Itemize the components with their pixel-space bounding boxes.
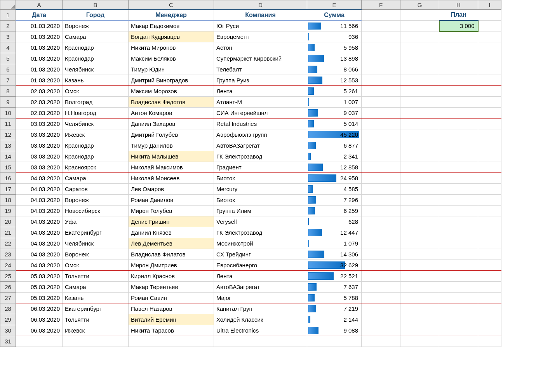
cell-H23[interactable] <box>439 249 478 260</box>
row-header-22[interactable]: 22 <box>0 238 16 249</box>
cell-A8[interactable]: 02.03.2020 <box>16 86 63 97</box>
cell-C29[interactable]: Виталий Еремин <box>129 314 214 325</box>
cell-E7[interactable]: 12 553 <box>307 75 362 86</box>
cell-C21[interactable]: Даниил Князев <box>129 227 214 238</box>
cell-B1[interactable]: Город <box>63 10 129 21</box>
cell-H4[interactable] <box>439 42 478 53</box>
cell-B2[interactable]: Воронеж <box>63 21 129 31</box>
cell-H1[interactable]: План <box>439 10 478 21</box>
cell-H21[interactable] <box>439 227 478 238</box>
cell-H26[interactable] <box>439 282 478 293</box>
row-header-1[interactable]: 1 <box>0 10 16 21</box>
cell-B27[interactable]: Казань <box>63 293 129 303</box>
cell-D7[interactable]: Группа Руиз <box>214 75 307 86</box>
cell-H30[interactable] <box>439 325 478 336</box>
cell-H19[interactable] <box>439 206 478 216</box>
row-header-24[interactable]: 24 <box>0 260 16 271</box>
cell-B14[interactable]: Краснодар <box>63 151 129 162</box>
cell-G2[interactable] <box>400 21 439 31</box>
cell-I4[interactable] <box>478 42 501 53</box>
cell-F28[interactable] <box>362 303 400 314</box>
cell-G11[interactable] <box>400 118 439 129</box>
select-all-corner[interactable] <box>0 0 16 10</box>
cell-H15[interactable] <box>439 162 478 173</box>
cell-B29[interactable]: Тольятти <box>63 314 129 325</box>
row-header-11[interactable]: 11 <box>0 118 16 129</box>
cell-H13[interactable] <box>439 140 478 151</box>
cell-B25[interactable]: Тольятти <box>63 271 129 282</box>
cell-D1[interactable]: Компания <box>214 10 307 21</box>
cell-G26[interactable] <box>400 282 439 293</box>
col-header-I[interactable]: I <box>478 0 501 10</box>
row-header-10[interactable]: 10 <box>0 108 16 118</box>
cell-G24[interactable] <box>400 260 439 271</box>
cell-D13[interactable]: АвтоВАЗагрегат <box>214 140 307 151</box>
col-header-A[interactable]: A <box>16 0 63 10</box>
row-header-30[interactable]: 30 <box>0 325 16 336</box>
cell-B28[interactable]: Екатеринбург <box>63 303 129 314</box>
cell-G13[interactable] <box>400 140 439 151</box>
cell-D25[interactable]: Лента <box>214 271 307 282</box>
col-header-H[interactable]: H <box>439 0 478 10</box>
cell-D12[interactable]: Аэрофьюэлз групп <box>214 129 307 140</box>
cell-G4[interactable] <box>400 42 439 53</box>
cell-I14[interactable] <box>478 151 501 162</box>
cell-A20[interactable]: 04.03.2020 <box>16 216 63 227</box>
cell-C25[interactable]: Кирилл Краснов <box>129 271 214 282</box>
cell-G27[interactable] <box>400 293 439 303</box>
cell-A6[interactable]: 01.03.2020 <box>16 64 63 75</box>
cell-A1[interactable]: Дата <box>16 10 63 21</box>
row-header-16[interactable]: 16 <box>0 173 16 184</box>
cell-F31[interactable] <box>362 336 400 347</box>
cell-G21[interactable] <box>400 227 439 238</box>
cell-A30[interactable]: 06.03.2020 <box>16 325 63 336</box>
cell-B13[interactable]: Краснодар <box>63 140 129 151</box>
cell-B22[interactable]: Челябинск <box>63 238 129 249</box>
cell-E4[interactable]: 5 958 <box>307 42 362 53</box>
cell-E13[interactable]: 6 877 <box>307 140 362 151</box>
cell-D20[interactable]: Verysell <box>214 216 307 227</box>
cell-I6[interactable] <box>478 64 501 75</box>
cell-B21[interactable]: Екатеринбург <box>63 227 129 238</box>
cell-C18[interactable]: Роман Данилов <box>129 195 214 206</box>
cell-E20[interactable]: 628 <box>307 216 362 227</box>
cell-C31[interactable] <box>129 336 214 347</box>
cell-I27[interactable] <box>478 293 501 303</box>
cell-I1[interactable] <box>478 10 501 21</box>
cell-I30[interactable] <box>478 325 501 336</box>
cell-F18[interactable] <box>362 195 400 206</box>
row-header-20[interactable]: 20 <box>0 216 16 227</box>
cell-F14[interactable] <box>362 151 400 162</box>
cell-D22[interactable]: Мосинжстрой <box>214 238 307 249</box>
row-header-19[interactable]: 19 <box>0 206 16 216</box>
cell-E16[interactable]: 24 958 <box>307 173 362 184</box>
cell-E30[interactable]: 9 088 <box>307 325 362 336</box>
cell-H12[interactable] <box>439 129 478 140</box>
cell-F10[interactable] <box>362 108 400 118</box>
col-header-E[interactable]: E <box>307 0 362 10</box>
cell-B10[interactable]: Н.Новгород <box>63 108 129 118</box>
cell-G8[interactable] <box>400 86 439 97</box>
cell-E26[interactable]: 7 637 <box>307 282 362 293</box>
cell-C12[interactable]: Дмитрий Голубев <box>129 129 214 140</box>
cell-E29[interactable]: 2 144 <box>307 314 362 325</box>
cell-B11[interactable]: Челябинск <box>63 118 129 129</box>
row-header-25[interactable]: 25 <box>0 271 16 282</box>
cell-A25[interactable]: 05.03.2020 <box>16 271 63 282</box>
cell-D24[interactable]: Евросибэнерго <box>214 260 307 271</box>
cell-F27[interactable] <box>362 293 400 303</box>
cell-G28[interactable] <box>400 303 439 314</box>
row-header-5[interactable]: 5 <box>0 53 16 64</box>
row-header-6[interactable]: 6 <box>0 64 16 75</box>
cell-I28[interactable] <box>478 303 501 314</box>
cell-G20[interactable] <box>400 216 439 227</box>
cell-A19[interactable]: 04.03.2020 <box>16 206 63 216</box>
cell-I12[interactable] <box>478 129 501 140</box>
cell-E10[interactable]: 9 037 <box>307 108 362 118</box>
cell-B23[interactable]: Воронеж <box>63 249 129 260</box>
cell-F12[interactable] <box>362 129 400 140</box>
cell-I9[interactable] <box>478 97 501 108</box>
cell-D6[interactable]: Телебалт <box>214 64 307 75</box>
cell-A5[interactable]: 01.03.2020 <box>16 53 63 64</box>
row-header-4[interactable]: 4 <box>0 42 16 53</box>
